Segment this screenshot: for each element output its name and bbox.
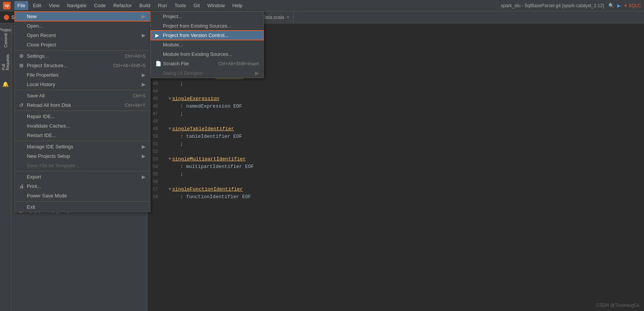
menu-tools[interactable]: Tools — [172, 1, 189, 10]
new-submenu-item-project-existing[interactable]: Project from Existing Sources... — [151, 21, 263, 31]
new-submenu-item-module[interactable]: Module... — [151, 40, 263, 49]
file-menu-local-history-label: Local History — [27, 82, 55, 87]
toolbar-run-icon[interactable]: ▶ — [617, 3, 621, 8]
file-menu-new-projects-label: New Projects Setup — [27, 153, 70, 159]
new-submenu-item-swing[interactable]: Swing UI Designer ▶ — [151, 68, 263, 78]
watermark: CSDN @ThomasgGx — [596, 303, 639, 308]
file-menu-invalidate-label: Invalidate Caches... — [27, 123, 70, 129]
file-menu-close-project-label: Close Project — [27, 42, 56, 48]
menu-code[interactable]: Code — [91, 1, 109, 10]
separator-5 — [15, 171, 150, 171]
new-submenu-item-scratch[interactable]: 📄 Scratch File Ctrl+Alt+Shift+Insert — [151, 59, 263, 68]
separator-1 — [15, 50, 150, 51]
scratch-icon: 📄 — [155, 61, 163, 66]
separator-6 — [15, 201, 150, 202]
file-menu-new-label: New — [27, 14, 37, 19]
file-menu-item-open[interactable]: Open... — [15, 21, 150, 31]
separator-3 — [15, 111, 150, 111]
toolbar-search-icon[interactable]: 🔍 — [608, 3, 614, 8]
code-line-56: 56 — [147, 178, 644, 186]
menu-bar-right: 🔍 ▶ ✦ SQLC — [608, 3, 641, 8]
code-line-54: 54 : multipartIdentifier EOF — [147, 163, 644, 171]
file-menu-item-power-save[interactable]: Power Save Mode — [15, 191, 150, 200]
file-menu-item-print[interactable]: 🖨 Print... — [15, 182, 150, 191]
sidebar-notifications-icon[interactable]: 🔔 — [1, 79, 11, 89]
reload-icon: ↺ — [19, 102, 27, 108]
file-menu-restart-label: Restart IDE... — [27, 132, 56, 138]
menu-help[interactable]: Help — [229, 1, 246, 10]
menu-edit[interactable]: Edit — [30, 1, 44, 10]
code-line-55: 55 ; — [147, 171, 644, 178]
file-menu-item-restart[interactable]: Restart IDE... — [15, 131, 150, 140]
file-menu-file-properties-label: File Properties — [27, 72, 59, 78]
menu-build[interactable]: Build — [136, 1, 153, 10]
print-icon: 🖨 — [19, 183, 27, 189]
menu-git[interactable]: Git — [190, 1, 203, 10]
file-menu-item-new-projects-setup[interactable]: New Projects Setup ▶ — [15, 151, 150, 161]
new-submenu-dropdown: Project... Project from Existing Sources… — [150, 11, 264, 78]
code-line-44: 44 — [147, 88, 644, 95]
file-menu-open-label: Open... — [27, 23, 43, 29]
file-menu-item-settings[interactable]: ⚙ Settings... Ctrl+Alt+S — [15, 51, 150, 61]
separator-2 — [15, 90, 150, 90]
sidebar-commit-icon[interactable]: Commit — [1, 35, 11, 45]
file-menu-save-template-label: Save File as Template... — [27, 163, 79, 168]
project-structure-shortcut: Ctrl+Alt+Shift+S — [113, 63, 146, 68]
file-menu-item-reload[interactable]: ↺ Reload All from Disk Ctrl+Alt+Y — [15, 100, 150, 110]
menu-window[interactable]: Window — [204, 1, 228, 10]
file-menu-item-file-properties[interactable]: File Properties ▶ — [15, 70, 150, 80]
toolbar-sqlc-label: ✦ SQLC — [624, 3, 641, 8]
file-menu-dropdown: New ▶ Open... Open Recent ▶ Close Projec… — [14, 11, 150, 212]
app-logo: sp — [3, 2, 11, 9]
open-recent-arrow-icon: ▶ — [142, 32, 146, 38]
swing-arrow-icon: ▶ — [255, 70, 259, 76]
file-menu-exit-label: Exit — [27, 204, 35, 210]
save-all-shortcut: Ctrl+S — [133, 93, 146, 99]
file-menu-item-local-history[interactable]: Local History ▶ — [15, 80, 150, 89]
reload-shortcut: Ctrl+Alt+Y — [125, 103, 146, 108]
menu-file[interactable]: File — [14, 1, 28, 10]
code-line-53: 53 ▼singleMultipartIdentifier — [147, 156, 644, 163]
file-menu-item-save-template: Save File as Template... — [15, 161, 150, 170]
file-menu-item-open-recent[interactable]: Open Recent ▶ — [15, 31, 150, 40]
menu-view[interactable]: View — [46, 1, 62, 10]
local-history-arrow-icon: ▶ — [142, 82, 146, 87]
file-menu-manage-ide-label: Manage IDE Settings — [27, 144, 73, 149]
new-submenu-item-project-vcs[interactable]: ▶ Project from Version Control... — [151, 31, 263, 40]
menu-refactor[interactable]: Refactor — [110, 1, 135, 10]
file-menu-item-manage-ide[interactable]: Manage IDE Settings ▶ — [15, 142, 150, 151]
file-menu-item-close-project[interactable]: Close Project — [15, 40, 150, 49]
new-submenu-project-label: Project... — [163, 14, 182, 19]
scratch-shortcut: Ctrl+Alt+Shift+Insert — [218, 61, 259, 66]
file-menu-item-project-structure[interactable]: ⊞ Project Structure... Ctrl+Alt+Shift+S — [15, 61, 150, 70]
menu-bar: sp File Edit View Navigate Code Refactor… — [0, 0, 644, 11]
new-submenu-item-project[interactable]: Project... — [151, 12, 263, 21]
separator-4 — [15, 141, 150, 141]
export-arrow-icon: ▶ — [142, 174, 146, 180]
code-line-52: 52 — [147, 148, 644, 156]
file-menu-item-export[interactable]: Export ▶ — [15, 172, 150, 182]
file-menu-item-exit[interactable]: Exit — [15, 202, 150, 212]
tab-close-sqltestdata[interactable]: ✕ — [286, 15, 289, 19]
file-menu-item-invalidate[interactable]: Invalidate Caches... — [15, 121, 150, 131]
code-line-48: 48 — [147, 118, 644, 125]
file-menu-power-save-label: Power Save Mode — [27, 193, 67, 199]
new-arrow-icon: ▶ — [142, 14, 146, 19]
settings-icon: ⚙ — [19, 53, 27, 59]
project-structure-icon: ⊞ — [19, 63, 27, 68]
file-menu-reload-label: Reload All from Disk — [27, 102, 71, 108]
file-menu-item-repair[interactable]: Repair IDE... — [15, 112, 150, 121]
menu-run[interactable]: Run — [155, 1, 170, 10]
project-vcs-icon: ▶ — [155, 32, 163, 38]
new-submenu-project-vcs-label: Project from Version Control... — [163, 32, 228, 38]
file-menu-item-save-all[interactable]: Save All Ctrl+S — [15, 91, 150, 100]
new-submenu-swing-label: Swing UI Designer — [163, 70, 204, 76]
code-line-57: 57 ▼singleFunctionIdentifier — [147, 186, 644, 193]
code-line-47: 47 ; — [147, 110, 644, 118]
file-menu-item-new[interactable]: New ▶ — [15, 12, 150, 21]
new-submenu-item-module-existing[interactable]: Module from Existing Sources... — [151, 49, 263, 59]
menu-navigate[interactable]: Navigate — [64, 1, 89, 10]
sidebar-pull-icon[interactable]: Pull Requests — [1, 57, 11, 67]
new-submenu-scratch-label: Scratch File — [163, 61, 189, 66]
manage-ide-arrow-icon: ▶ — [142, 144, 146, 149]
